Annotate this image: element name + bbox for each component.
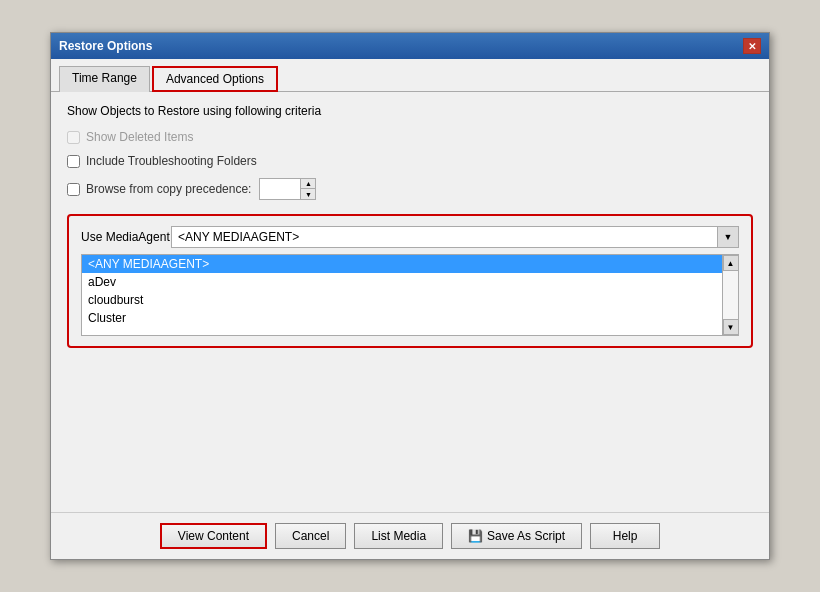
copy-precedence-spinner: 1 ▲ ▼	[259, 178, 316, 200]
spinner-buttons: ▲ ▼	[300, 179, 315, 199]
close-button[interactable]: ✕	[743, 38, 761, 54]
mediaagent-select[interactable]: <ANY MEDIAAGENT> aDev cloudburst Cluster	[171, 226, 739, 248]
cancel-button[interactable]: Cancel	[275, 523, 346, 549]
scroll-down-button[interactable]: ▼	[723, 319, 739, 335]
main-panel: Show Objects to Restore using following …	[51, 92, 769, 512]
panel-description: Show Objects to Restore using following …	[67, 104, 753, 118]
view-content-button[interactable]: View Content	[160, 523, 267, 549]
show-deleted-label: Show Deleted Items	[86, 130, 193, 144]
scroll-track	[723, 271, 738, 319]
listbox-scrollbar: ▲ ▼	[722, 255, 738, 335]
spinner-up-button[interactable]: ▲	[301, 179, 315, 189]
window-content: Time Range Advanced Options Show Objects…	[51, 59, 769, 559]
help-button[interactable]: Help	[590, 523, 660, 549]
restore-options-window: Restore Options ✕ Time Range Advanced Op…	[50, 32, 770, 560]
browse-copy-row: Browse from copy precedence: 1 ▲ ▼	[67, 178, 753, 200]
scroll-up-button[interactable]: ▲	[723, 255, 739, 271]
save-as-script-button[interactable]: 💾 Save As Script	[451, 523, 582, 549]
footer: View Content Cancel List Media 💾 Save As…	[51, 512, 769, 559]
spinner-down-button[interactable]: ▼	[301, 189, 315, 199]
include-troubleshooting-checkbox[interactable]	[67, 155, 80, 168]
tab-advanced-options[interactable]: Advanced Options	[152, 66, 278, 92]
show-deleted-checkbox[interactable]	[67, 131, 80, 144]
browse-copy-checkbox[interactable]	[67, 183, 80, 196]
browse-copy-label: Browse from copy precedence:	[86, 182, 251, 196]
mediaagent-dropdown-wrapper: <ANY MEDIAAGENT> aDev cloudburst Cluster…	[171, 226, 739, 248]
use-mediaagent-group: Use MediaAgent <ANY MEDIAAGENT> aDev clo…	[67, 214, 753, 348]
list-item[interactable]: aDev	[82, 273, 722, 291]
list-item[interactable]: cloudburst	[82, 291, 722, 309]
list-item[interactable]: <ANY MEDIAAGENT>	[82, 255, 722, 273]
include-troubleshooting-row: Include Troubleshooting Folders	[67, 154, 753, 168]
tab-time-range[interactable]: Time Range	[59, 66, 150, 92]
tab-bar: Time Range Advanced Options	[51, 59, 769, 92]
mediaagent-label: Use MediaAgent	[81, 230, 171, 244]
include-troubleshooting-label: Include Troubleshooting Folders	[86, 154, 257, 168]
list-media-button[interactable]: List Media	[354, 523, 443, 549]
mediaagent-listbox[interactable]: <ANY MEDIAAGENT> aDev cloudburst Cluster	[82, 255, 722, 335]
list-item[interactable]: Cluster	[82, 309, 722, 327]
mediaagent-dropdown-row: Use MediaAgent <ANY MEDIAAGENT> aDev clo…	[81, 226, 739, 248]
mediaagent-listbox-wrapper: <ANY MEDIAAGENT> aDev cloudburst Cluster…	[81, 254, 739, 336]
window-title: Restore Options	[59, 39, 152, 53]
title-bar: Restore Options ✕	[51, 33, 769, 59]
title-bar-buttons: ✕	[743, 38, 761, 54]
copy-precedence-input[interactable]: 1	[260, 179, 300, 199]
show-deleted-items-row: Show Deleted Items	[67, 130, 753, 144]
save-script-icon: 💾	[468, 529, 483, 543]
